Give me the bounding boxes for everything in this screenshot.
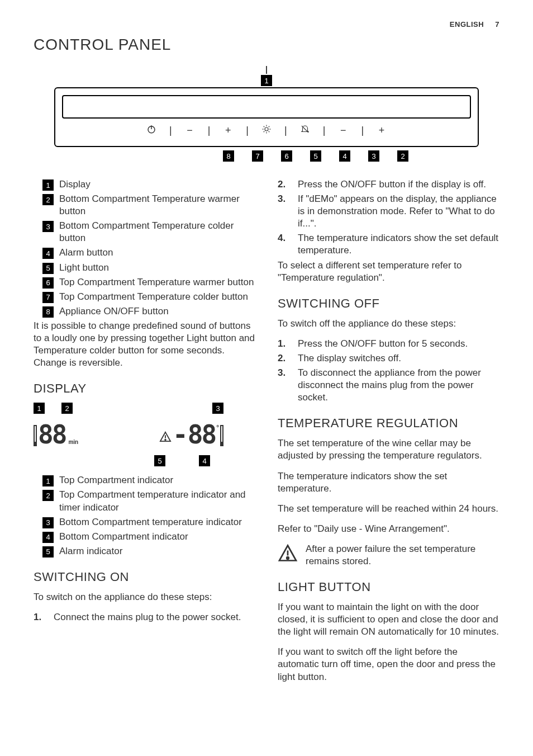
legend-label: Light button [59, 262, 109, 274]
legend-num: 3 [42, 221, 54, 232]
step-text: The display switches off. [298, 352, 401, 365]
lcd-display: 88 min - 88 ° [34, 422, 223, 447]
separator: | [361, 125, 364, 136]
min-label: min [68, 439, 78, 445]
minus-icon: − [179, 125, 201, 136]
page-header: ENGLISH 7 [450, 20, 499, 29]
svg-line-11 [269, 126, 270, 127]
svg-point-3 [265, 127, 268, 131]
switching-off-heading: SWITCHING OFF [278, 296, 499, 311]
display-figure: 1 2 3 88 min - 88 ° [34, 403, 223, 466]
callout-line [261, 66, 272, 74]
legend-label: Bottom Compartment Temperature colder bu… [59, 220, 255, 244]
warning-triangle-icon [159, 431, 172, 445]
step-text: To disconnect the appliance from the pow… [298, 367, 499, 404]
right-prefix: - [173, 422, 187, 447]
legend-num: 7 [42, 292, 54, 303]
callout-8: 8 [223, 150, 234, 162]
separator: | [323, 125, 326, 136]
temp-reg-heading: TEMPERATURE REGULATION [278, 416, 499, 431]
legend-label: Display [59, 178, 91, 191]
separator: | [284, 125, 287, 136]
separator: | [208, 125, 211, 136]
display-heading: DISPLAY [34, 381, 255, 396]
switching-off-intro: To switch off the appliance do these ste… [278, 318, 499, 330]
callout-2: 2 [397, 150, 408, 162]
panel-legend: 1Display 2Bottom Compartment Temperature… [42, 178, 255, 318]
display-marker-5: 5 [154, 455, 165, 466]
callout-1: 1 [261, 75, 272, 86]
legend-num: 1 [42, 475, 54, 486]
legend-label: Bottom Compartment indicator [59, 531, 188, 543]
switching-on-outro: To select a different set temperature re… [278, 259, 499, 284]
panel-display-area [62, 95, 471, 119]
legend-num: 2 [42, 490, 54, 501]
legend-label: Bottom Compartment Temperature warmer bu… [59, 193, 255, 218]
plus-icon: + [217, 125, 239, 136]
legend-label: Appliance ON/OFF button [59, 305, 169, 318]
step-text: Press the ON/OFF button for 5 seconds. [298, 338, 468, 350]
step-text: If "dEMo" appears on the display, the ap… [298, 193, 499, 230]
language-label: ENGLISH [450, 20, 484, 29]
callout-5: 5 [310, 150, 321, 162]
callout-7: 7 [252, 150, 263, 162]
callout-4: 4 [339, 150, 350, 162]
power-icon [140, 124, 163, 137]
left-digits: 88 [38, 422, 65, 447]
separator: | [169, 125, 172, 136]
svg-line-10 [264, 131, 265, 133]
switching-on-heading: SWITCHING ON [34, 570, 255, 584]
legend-num: 5 [42, 263, 54, 274]
temp-reg-note: After a power failure the set temperatur… [278, 543, 499, 568]
light-button-heading: LIGHT BUTTON [278, 580, 499, 594]
switching-off-steps: Press the ON/OFF button for 5 seconds. T… [278, 338, 499, 404]
legend-label: Top Compartment Temperature colder butto… [59, 291, 248, 303]
step-text: Connect the mains plug to the power sock… [54, 611, 241, 623]
left-column: 1Display 2Bottom Compartment Temperature… [34, 178, 255, 691]
panel-outer-frame: | − | + | | | − | + [54, 87, 479, 147]
bar-indicator-icon [34, 425, 37, 446]
temp-reg-p3: The set temperature will be reached with… [278, 503, 499, 515]
svg-line-8 [264, 126, 265, 127]
bar-indicator-icon [220, 425, 223, 446]
legend-num: 8 [42, 306, 54, 318]
page-number: 7 [495, 20, 499, 29]
legend-label: Alarm button [59, 247, 113, 259]
step-text: The temperature indicators show the set … [298, 232, 499, 257]
legend-num: 2 [42, 194, 54, 205]
degree-label: ° [216, 424, 219, 432]
temp-reg-p4: Refer to "Daily use - Wine Arrangement". [278, 523, 499, 535]
legend-num: 3 [42, 517, 54, 528]
legend-num: 4 [42, 248, 54, 259]
control-panel-figure: 1 | − | + | | | − | + 8 7 6 [54, 66, 479, 162]
legend-num: 4 [42, 532, 54, 543]
callout-6: 6 [281, 150, 292, 162]
legend-label: Top Compartment indicator [59, 474, 173, 486]
step-text: Press the ON/OFF button if the display i… [298, 178, 486, 191]
display-legend: 1Top Compartment indicator 2Top Compartm… [42, 474, 255, 557]
display-marker-2: 2 [61, 403, 73, 414]
temp-reg-p2: The temperature indicators show the set … [278, 470, 499, 495]
legend-label: Bottom Compartment temperature indicator [59, 516, 242, 528]
page-title: CONTROL PANEL [34, 36, 499, 54]
switching-on-steps-a: Connect the mains plug to the power sock… [34, 611, 255, 623]
legend-num: 1 [42, 179, 54, 191]
alarm-icon [294, 124, 316, 137]
note-text: After a power failure the set temperatur… [306, 543, 499, 568]
legend-label: Alarm indicator [59, 545, 122, 557]
legend-label: Top Compartment Temperature warmer butto… [59, 276, 254, 289]
light-icon [255, 124, 278, 137]
plus-icon: + [370, 125, 393, 136]
light-button-p2: If you want to switch off the light befo… [278, 646, 499, 683]
temp-reg-p1: The set temperature of the wine cellar m… [278, 437, 499, 462]
right-column: Press the ON/OFF button if the display i… [278, 178, 499, 691]
legend-num: 6 [42, 277, 54, 289]
display-marker-4: 4 [199, 455, 210, 466]
svg-point-14 [165, 440, 166, 441]
display-marker-1: 1 [34, 403, 45, 414]
warning-triangle-icon [278, 543, 298, 565]
switching-on-intro: To switch on the appliance do these step… [34, 591, 255, 603]
panel-button-row: | − | + | | | − | + [62, 122, 471, 139]
right-digits: 88 [188, 422, 215, 447]
legend-label: Top Compartment temperature indicator an… [59, 489, 255, 513]
